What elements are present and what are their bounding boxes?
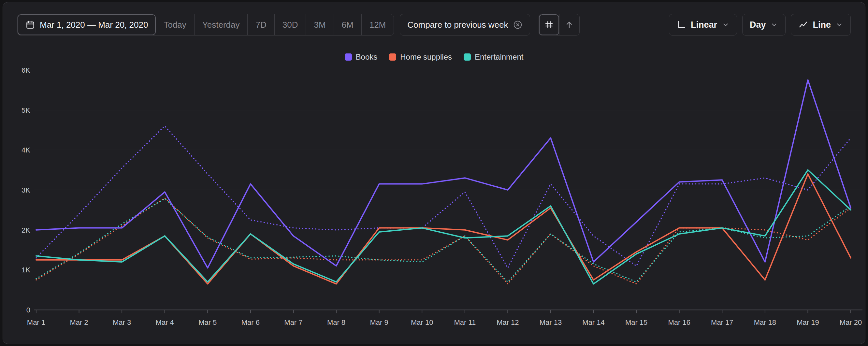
x-axis-label: Mar 7: [284, 318, 302, 326]
date-range-group: Mar 1, 2020 — Mar 20, 2020 TodayYesterda…: [17, 14, 394, 35]
x-axis-label: Mar 8: [327, 318, 345, 326]
x-axis-label: Mar 17: [711, 318, 733, 326]
range-yesterday[interactable]: Yesterday: [194, 14, 248, 35]
x-axis-label: Mar 15: [625, 318, 647, 326]
x-axis-label: Mar 18: [754, 318, 776, 326]
x-axis-label: Mar 12: [497, 318, 519, 326]
export-button[interactable]: [559, 14, 579, 35]
grid-toggle-button[interactable]: [539, 14, 559, 35]
chart-settings-group: Linear Day: [669, 14, 851, 35]
chart-type-label: Line: [813, 20, 831, 30]
x-axis-label: Mar 4: [156, 318, 174, 326]
series-entertainment: [36, 170, 851, 284]
x-axis-label: Mar 2: [70, 318, 88, 326]
line-chart: 01K2K3K4K5K6KMar 1Mar 2Mar 3Mar 4Mar 5Ma…: [3, 41, 865, 344]
x-axis-label: Mar 9: [370, 318, 389, 326]
x-axis-label: Mar 10: [411, 318, 433, 326]
range-today[interactable]: Today: [156, 14, 194, 35]
x-axis-label: Mar 20: [840, 318, 862, 326]
close-circle-icon[interactable]: [513, 20, 523, 30]
y-axis-label: 6K: [22, 66, 30, 74]
scale-label: Linear: [691, 20, 717, 30]
x-axis-label: Mar 13: [539, 318, 562, 326]
chart-type-select[interactable]: Line: [791, 14, 851, 35]
chart-tools-group: [538, 14, 580, 35]
axis-icon: [676, 20, 686, 30]
x-axis-label: Mar 14: [582, 318, 604, 326]
y-axis-label: 5K: [22, 106, 30, 114]
arrow-up-icon: [564, 20, 574, 30]
range-7d[interactable]: 7D: [247, 14, 274, 35]
toolbar: Mar 1, 2020 — Mar 20, 2020 TodayYesterda…: [17, 14, 851, 35]
chevron-down-icon: [835, 21, 843, 29]
granularity-label: Day: [750, 20, 766, 30]
range-12m[interactable]: 12M: [361, 14, 394, 35]
x-axis-label: Mar 11: [454, 318, 476, 326]
chevron-down-icon: [722, 21, 730, 29]
range-6m[interactable]: 6M: [334, 14, 361, 35]
y-axis-label: 4K: [22, 146, 30, 154]
y-axis-label: 2K: [22, 226, 30, 234]
x-axis-label: Mar 16: [668, 318, 690, 326]
grid-icon: [544, 20, 554, 30]
x-axis-label: Mar 5: [198, 318, 217, 326]
compare-label: Compare to previous week: [407, 20, 508, 30]
x-axis-label: Mar 3: [113, 318, 131, 326]
analytics-card: Mar 1, 2020 — Mar 20, 2020 TodayYesterda…: [3, 2, 865, 344]
x-axis-label: Mar 6: [242, 318, 260, 326]
date-range-label: Mar 1, 2020 — Mar 20, 2020: [40, 20, 148, 30]
granularity-select[interactable]: Day: [742, 14, 786, 35]
line-chart-icon: [798, 20, 808, 30]
range-30d[interactable]: 30D: [274, 14, 306, 35]
y-axis-label: 1K: [22, 266, 30, 274]
calendar-icon: [25, 20, 35, 30]
compare-pill[interactable]: Compare to previous week: [400, 14, 530, 35]
scale-select[interactable]: Linear: [669, 14, 737, 35]
x-axis-label: Mar 1: [27, 318, 45, 326]
date-range-button[interactable]: Mar 1, 2020 — Mar 20, 2020: [18, 14, 156, 35]
x-axis-label: Mar 19: [797, 318, 819, 326]
series-home-supplies-previous-week-: [36, 198, 851, 284]
chevron-down-icon: [770, 21, 778, 29]
y-axis-label: 0: [26, 306, 30, 314]
y-axis-label: 3K: [22, 186, 30, 194]
chart-area: 01K2K3K4K5K6KMar 1Mar 2Mar 3Mar 4Mar 5Ma…: [3, 41, 865, 344]
range-3m[interactable]: 3M: [306, 14, 333, 35]
